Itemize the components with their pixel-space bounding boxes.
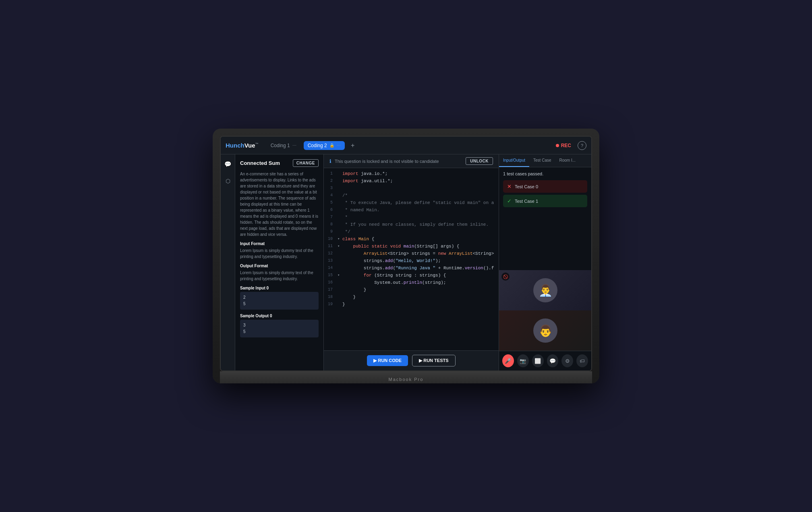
tab-coding2-more[interactable]: ⋯ (337, 143, 341, 148)
sample-output-title: Sample Output 0 (240, 314, 319, 318)
lock-text: This question is locked and is not visib… (335, 159, 439, 164)
tab-coding1-more[interactable]: ⋯ (292, 143, 296, 148)
mic-off-badge-1: 🚫 (501, 273, 510, 281)
tab-test-case[interactable]: Test Case (529, 154, 555, 167)
test-case-0[interactable]: ✕ Test Case 0 (503, 180, 587, 193)
sample-input-val1: 5 (243, 301, 315, 307)
lock-banner: ℹ This question is locked and is not vis… (324, 154, 499, 168)
add-tab-button[interactable]: + (348, 141, 358, 150)
run-code-button[interactable]: ▶ RUN CODE (367, 355, 408, 366)
right-content: 1 test cases passed. ✕ Test Case 0 ✓ Tes… (499, 167, 591, 270)
test-summary: 1 test cases passed. (503, 171, 587, 176)
problem-panel: Connected Sum CHANGE An e-commerce site … (235, 154, 324, 370)
bottom-toolbar: 🎤 📷 ⬜ 💬 ⚙ 🏷 (499, 351, 591, 370)
input-format-text: Lorem Ipsum is simply dummy text of the … (240, 248, 319, 260)
sidebar-icons: 💬 ⬡ (221, 154, 235, 370)
tab-coding2-label: Coding 2 (308, 143, 327, 148)
output-format-text: Lorem Ipsum is simply dummy text of the … (240, 270, 319, 282)
avatar-1: 👨‍💼 (533, 278, 557, 302)
code-line-19: 19 } (324, 302, 499, 309)
code-line-9: 9 */ (324, 229, 499, 237)
editor-area: ℹ This question is locked and is not vis… (324, 154, 499, 370)
tab-room[interactable]: Room I... (555, 154, 580, 167)
code-line-4: 4 /* (324, 193, 499, 200)
problem-header: Connected Sum CHANGE (240, 159, 319, 167)
code-line-17: 17 } (324, 287, 499, 295)
code-line-6: 6 * named Main. (324, 208, 499, 215)
sidebar-icon-chat[interactable]: 💬 (222, 158, 234, 170)
test-case-0-label: Test Case 0 (515, 184, 538, 189)
video-button[interactable]: 📷 (517, 354, 529, 367)
video-panel-1: 🚫 👨‍💼 (499, 270, 591, 310)
sample-input-box: 2 5 (240, 292, 319, 310)
code-line-18: 18 } (324, 295, 499, 302)
tag-button[interactable]: 🏷 (576, 354, 588, 367)
code-line-5: 5 * To execute Java, please define "stat… (324, 200, 499, 208)
right-panel: Input/Output Test Case Room I... 1 test … (499, 154, 591, 370)
sample-input-section: Sample Input 0 2 5 (240, 286, 319, 310)
change-button[interactable]: CHANGE (293, 159, 319, 167)
code-line-13: 13 strings.add("Hello, World!"); (324, 258, 499, 266)
test-case-1[interactable]: ✓ Test Case 1 (503, 195, 587, 207)
sample-input-val0: 2 (243, 294, 315, 301)
help-button[interactable]: ? (578, 141, 586, 150)
avatar-2: 👨 (533, 318, 557, 343)
code-line-1: 1 import java.io.*; (324, 171, 499, 179)
topbar: HunchVue™ Coding 1 ⋯ Coding 2 🔒 ⋯ + REC (221, 137, 591, 154)
code-line-16: 16 System.out.println(string); (324, 280, 499, 287)
unlock-button[interactable]: UNLOCK (466, 157, 493, 165)
chat-button[interactable]: 💬 (547, 354, 559, 367)
logo: HunchVue™ (226, 142, 259, 149)
sample-input-title: Sample Input 0 (240, 286, 319, 290)
code-line-8: 8 * If you need more classes, simply def… (324, 222, 499, 229)
code-line-11: 11 ▾ public static void main(String[] ar… (324, 244, 499, 251)
test-fail-icon: ✕ (507, 183, 512, 189)
code-editor[interactable]: 1 import java.io.*; 2 import java.util.*… (324, 168, 499, 350)
code-line-7: 7 * (324, 215, 499, 222)
code-line-15: 15 ▾ for (String string : strings) { (324, 273, 499, 280)
code-line-3: 3 (324, 186, 499, 193)
sample-output-section: Sample Output 0 3 5 (240, 314, 319, 337)
mic-button[interactable]: 🎤 (502, 354, 514, 367)
input-format-title: Input Format (240, 241, 319, 246)
video-panels: 🚫 👨‍💼 👨 (499, 270, 591, 351)
lock-icon: ℹ (329, 158, 331, 164)
sample-output-box: 3 5 (240, 320, 319, 337)
sample-output-val1: 5 (243, 329, 315, 335)
run-tests-button[interactable]: ▶ RUN TESTS (412, 355, 455, 366)
sample-output-val0: 3 (243, 322, 315, 329)
screen-share-button[interactable]: ⬜ (532, 354, 544, 367)
editor-bottom: ▶ RUN CODE ▶ RUN TESTS (324, 350, 499, 370)
tab-coding1[interactable]: Coding 1 ⋯ (267, 141, 300, 150)
right-tabs: Input/Output Test Case Room I... (499, 154, 591, 167)
macbook-label: Macbook Pro (389, 377, 424, 382)
sidebar-icon-nodes[interactable]: ⬡ (222, 175, 234, 187)
tab-coding1-label: Coding 1 (271, 143, 290, 148)
logo-tm: ™ (255, 142, 259, 146)
code-line-12: 12 ArrayList<String> strings = new Array… (324, 251, 499, 258)
video-panel-2: 👨 (499, 310, 591, 351)
tab-input-output[interactable]: Input/Output (499, 154, 529, 167)
settings-button[interactable]: ⚙ (561, 354, 573, 367)
test-pass-icon: ✓ (507, 198, 512, 204)
lock-icon-tab: 🔒 (329, 143, 334, 148)
tab-coding2[interactable]: Coding 2 🔒 ⋯ (304, 141, 345, 150)
test-case-1-label: Test Case 1 (515, 199, 538, 204)
rec-button[interactable]: REC (556, 143, 571, 148)
problem-title: Connected Sum (240, 160, 280, 166)
problem-description: An e-commerce site has a series of adver… (240, 171, 319, 237)
output-format-title: Output Format (240, 264, 319, 268)
rec-label: REC (561, 143, 571, 148)
code-line-14: 14 strings.add("Running Java " + Runtime… (324, 266, 499, 273)
code-line-2: 2 import java.util.*; (324, 179, 499, 186)
code-line-10: 10 ▾ class Main { (324, 237, 499, 244)
rec-dot (556, 144, 559, 147)
